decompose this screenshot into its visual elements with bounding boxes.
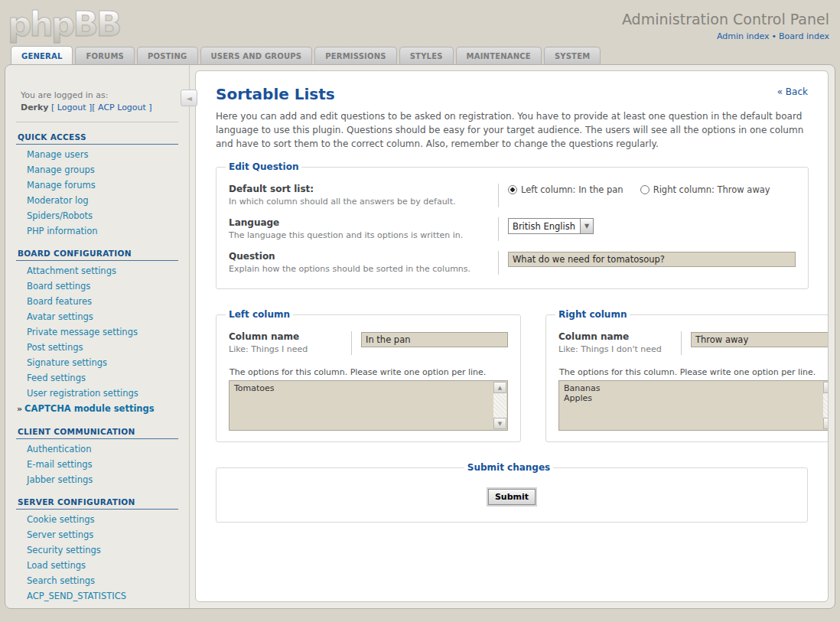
- sidebar-item-search-settings[interactable]: Search settings: [16, 573, 178, 588]
- sidebar-item-email-settings[interactable]: E-mail settings: [16, 457, 178, 472]
- submit-fieldset: Submit changes Submit: [216, 462, 808, 523]
- right-column-legend: Right column: [555, 309, 630, 320]
- sidebar-item-server-settings[interactable]: Server settings: [16, 527, 178, 542]
- sidebar: ◄ You are logged in as: Derky [ Logout ]…: [5, 65, 190, 608]
- radio-right-column-icon[interactable]: [640, 185, 650, 194]
- scroll-up-icon[interactable]: ▲: [493, 382, 506, 393]
- sidebar-item-avatar-settings[interactable]: Avatar settings: [16, 309, 178, 324]
- sidebar-item-spiders-robots[interactable]: Spiders/Robots: [16, 208, 178, 223]
- radio-option-left-column[interactable]: Left column: In the pan: [508, 184, 623, 195]
- acp-logout-link[interactable]: [ ACP Logout ]: [92, 103, 151, 112]
- section-title: QUICK ACCESS: [16, 132, 178, 145]
- tab-posting[interactable]: POSTING: [137, 47, 198, 64]
- page-description: Here you can add and edit questions to b…: [216, 109, 808, 151]
- link-separator: •: [772, 31, 777, 41]
- tab-users-and-groups[interactable]: USERS AND GROUPS: [200, 47, 313, 64]
- radio-left-column-label: Left column: In the pan: [521, 184, 623, 195]
- sidebar-item-feed-settings[interactable]: Feed settings: [16, 370, 178, 386]
- scrollbar[interactable]: ▲ ▼: [823, 382, 829, 429]
- sidebar-section-quick-access: QUICK ACCESS Manage users Manage groups …: [16, 132, 178, 239]
- right-column-name-label: Column name: [558, 331, 672, 342]
- admin-index-link[interactable]: Admin index: [717, 31, 770, 41]
- logout-link[interactable]: [ Logout ]: [51, 103, 92, 112]
- sidebar-collapse-button[interactable]: ◄: [181, 90, 197, 106]
- edit-question-fieldset: Edit Question Default sort list: In whic…: [216, 161, 809, 289]
- section-title: BOARD CONFIGURATION: [16, 249, 178, 261]
- question-row: Question Explain how the options should …: [229, 244, 796, 278]
- sidebar-item-load-settings[interactable]: Load settings: [16, 558, 178, 573]
- right-column-name-input[interactable]: [691, 332, 829, 347]
- header-right: Administration Control Panel Admin index…: [622, 11, 829, 41]
- sidebar-item-acp-send-statistics[interactable]: ACP_SEND_STATISTICS: [16, 588, 178, 604]
- sidebar-item-private-message-settings[interactable]: Private message settings: [16, 324, 178, 340]
- scroll-down-icon[interactable]: ▼: [493, 418, 506, 429]
- tab-permissions[interactable]: PERMISSIONS: [314, 47, 396, 64]
- sidebar-item-captcha-module-settings[interactable]: »CAPTCHA module settings: [16, 401, 178, 417]
- main-content: Sortable Lists « Back Here you can add a…: [195, 70, 829, 602]
- sidebar-item-php-information[interactable]: PHP information: [16, 223, 178, 239]
- left-column-fieldset: Left column Column name Like: Things I n…: [216, 309, 521, 442]
- left-column-name-label: Column name: [229, 331, 342, 342]
- question-input[interactable]: [508, 252, 796, 267]
- page-header: phpBB Administration Control Panel Admin…: [0, 0, 840, 64]
- logged-in-label: You are logged in as:: [21, 90, 178, 102]
- chevron-down-icon[interactable]: ▼: [580, 219, 593, 233]
- tab-bar: GENERAL FORUMS POSTING USERS AND GROUPS …: [11, 46, 603, 64]
- right-column-name-hint: Like: Things I don't need: [558, 344, 672, 355]
- edit-question-legend: Edit Question: [226, 161, 301, 172]
- sidebar-item-user-registration-settings[interactable]: User registration settings: [16, 386, 178, 401]
- language-select-value: British English: [509, 219, 580, 233]
- question-label: Question: [229, 251, 489, 262]
- section-title: CLIENT COMMUNICATION: [16, 427, 178, 439]
- acp-page: phpBB Administration Control Panel Admin…: [0, 0, 840, 609]
- sidebar-section-server-configuration: SERVER CONFIGURATION Cookie settings Ser…: [16, 497, 178, 604]
- back-link[interactable]: « Back: [777, 86, 808, 97]
- sidebar-item-board-features[interactable]: Board features: [16, 294, 178, 309]
- sidebar-item-security-settings[interactable]: Security settings: [16, 542, 178, 558]
- tab-system[interactable]: SYSTEM: [544, 47, 601, 64]
- content-panel: ◄ You are logged in as: Derky [ Logout ]…: [5, 64, 835, 609]
- question-hint: Explain how the options should be sorted…: [229, 264, 489, 275]
- submit-button[interactable]: Submit: [488, 489, 536, 505]
- phpbb-logo: phpBB: [8, 3, 119, 46]
- collapse-left-icon: ◄: [186, 94, 192, 103]
- tab-styles[interactable]: STYLES: [399, 47, 454, 64]
- sidebar-item-jabber-settings[interactable]: Jabber settings: [16, 472, 178, 487]
- left-column-options-textarea[interactable]: Tomatoes ▲ ▼: [229, 380, 508, 431]
- language-select[interactable]: British English ▼: [508, 218, 594, 234]
- section-title: SERVER CONFIGURATION: [16, 497, 178, 510]
- sidebar-item-manage-forums[interactable]: Manage forums: [16, 177, 178, 193]
- username: Derky: [21, 103, 49, 112]
- right-column-options-value: Bananas Apples: [559, 381, 829, 405]
- tab-general[interactable]: GENERAL: [11, 46, 73, 64]
- radio-option-right-column[interactable]: Right column: Throw away: [640, 184, 770, 195]
- left-column-options-value: Tomatoes: [230, 381, 507, 396]
- sidebar-item-manage-groups[interactable]: Manage groups: [16, 162, 178, 177]
- left-column-options-label: The options for this column. Please writ…: [230, 367, 508, 377]
- sidebar-item-authentication[interactable]: Authentication: [16, 441, 178, 457]
- language-hint: The language this question and its optio…: [229, 230, 489, 241]
- left-column-name-input[interactable]: [361, 332, 508, 347]
- submit-legend: Submit changes: [464, 462, 553, 473]
- sidebar-item-signature-settings[interactable]: Signature settings: [16, 355, 178, 370]
- sidebar-item-cookie-settings[interactable]: Cookie settings: [16, 512, 178, 527]
- language-row: Language The language this question and …: [229, 210, 796, 244]
- right-column-options-textarea[interactable]: Bananas Apples ▲ ▼: [558, 380, 829, 431]
- default-sort-hint: In which column should all the answers b…: [229, 197, 489, 207]
- scroll-down-icon[interactable]: ▼: [823, 418, 829, 429]
- page-title: Sortable Lists: [216, 85, 335, 103]
- left-column-legend: Left column: [226, 309, 293, 320]
- tab-maintenance[interactable]: MAINTENANCE: [456, 47, 542, 64]
- sidebar-item-manage-users[interactable]: Manage users: [16, 147, 178, 162]
- right-column-options-label: The options for this column. Please writ…: [559, 367, 829, 377]
- sidebar-item-attachment-settings[interactable]: Attachment settings: [16, 263, 178, 278]
- scrollbar[interactable]: ▲ ▼: [493, 382, 506, 429]
- board-index-link[interactable]: Board index: [779, 31, 829, 41]
- radio-left-column-icon[interactable]: [508, 185, 517, 194]
- scroll-up-icon[interactable]: ▲: [823, 382, 829, 393]
- sidebar-item-moderator-log[interactable]: Moderator log: [16, 193, 178, 208]
- sidebar-item-post-settings[interactable]: Post settings: [16, 340, 178, 355]
- sidebar-item-board-settings[interactable]: Board settings: [16, 278, 178, 294]
- sidebar-section-board-configuration: BOARD CONFIGURATION Attachment settings …: [16, 249, 178, 417]
- tab-forums[interactable]: FORUMS: [75, 47, 135, 64]
